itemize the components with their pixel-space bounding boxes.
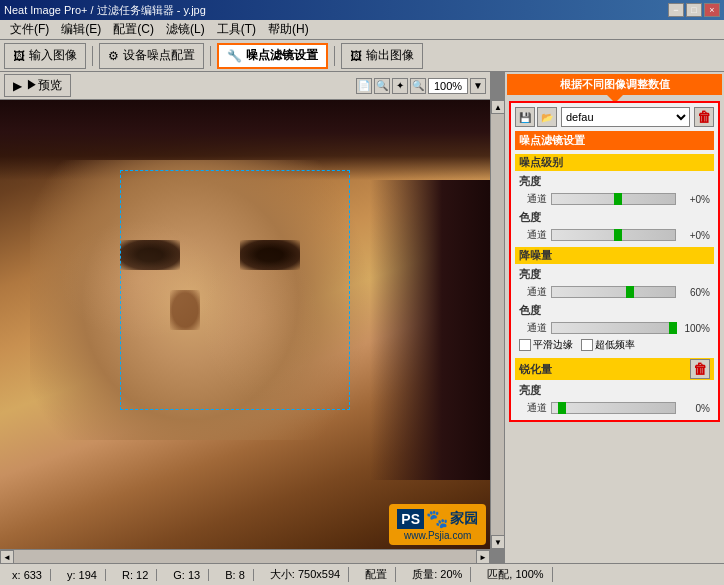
- menu-tools[interactable]: 工具(T): [211, 19, 262, 40]
- home-label: 家园: [450, 510, 478, 528]
- tab-output-image[interactable]: 🖼 输出图像: [341, 43, 423, 69]
- zoom-input[interactable]: [428, 78, 468, 94]
- brightness-reduction-slider[interactable]: [551, 286, 676, 298]
- color-b: B: 8: [217, 569, 254, 581]
- coord-x: x: 633: [4, 569, 51, 581]
- profile-label: 配置: [365, 568, 387, 580]
- scroll-right-button[interactable]: ►: [476, 550, 490, 563]
- color-noise-slider[interactable]: [551, 229, 676, 241]
- scroll-track-horizontal: [14, 550, 476, 563]
- sharpen-brightness-subsection: 亮度: [515, 382, 714, 399]
- channel-label-1: 通道: [519, 192, 547, 206]
- vertical-scrollbar[interactable]: ▲ ▼: [490, 100, 504, 549]
- brightness-noise-slider[interactable]: [551, 193, 676, 205]
- minimize-button[interactable]: −: [668, 3, 684, 17]
- settings-header: 噪点滤镜设置: [515, 131, 714, 150]
- input-image-icon: 🖼: [13, 49, 25, 63]
- menu-config[interactable]: 配置(C): [107, 19, 160, 40]
- sharpening-delete-icon: 🗑: [693, 361, 707, 377]
- close-button[interactable]: ×: [704, 3, 720, 17]
- separator-3: [334, 46, 335, 66]
- color-reduction-thumb: [669, 322, 677, 334]
- zoom-page-icon[interactable]: 📄: [356, 78, 372, 94]
- tab-noise-filter[interactable]: 🔧 噪点滤镜设置: [217, 43, 328, 69]
- size-value: 750x594: [298, 568, 340, 580]
- match-status: 匹配, 100%: [479, 567, 552, 582]
- main-content: ▶ ▶预览 📄 🔍 ✦ 🔍 ▼: [0, 72, 724, 563]
- window-title: Neat Image Pro+ / 过滤任务编辑器 - y.jpg: [4, 3, 206, 18]
- sharpen-brightness-thumb: [558, 402, 566, 414]
- channel-label-4: 通道: [519, 321, 547, 335]
- color-subsection: 色度: [515, 209, 714, 226]
- menu-filter[interactable]: 滤镜(L): [160, 19, 211, 40]
- watermark-url: www.Psjia.com: [404, 530, 471, 541]
- color-reduction-subsection: 色度: [515, 302, 714, 319]
- settings-container: 💾 📂 defau 🗑 噪点滤镜设置 噪点级别: [505, 97, 724, 426]
- noise-filter-icon: 🔧: [227, 49, 242, 63]
- preview-button[interactable]: ▶ ▶预览: [4, 74, 71, 97]
- tab-input-image[interactable]: 🖼 输入图像: [4, 43, 86, 69]
- horizontal-scrollbar[interactable]: ◄ ►: [0, 549, 490, 563]
- zoom-out-button[interactable]: 🔍: [410, 78, 426, 94]
- image-panel: ▶ ▶预览 📄 🔍 ✦ 🔍 ▼: [0, 72, 504, 563]
- profile-load-button[interactable]: 📂: [537, 107, 557, 127]
- zoom-dropdown-button[interactable]: ▼: [470, 78, 486, 94]
- tab-device-config[interactable]: ⚙ 设备噪点配置: [99, 43, 204, 69]
- r-value: 12: [136, 569, 148, 581]
- tab-device-label: 设备噪点配置: [123, 47, 195, 64]
- profile-icons: 💾 📂: [515, 107, 557, 127]
- separator-2: [210, 46, 211, 66]
- smooth-edges-checkbox[interactable]: 平滑边缘: [519, 338, 573, 352]
- sharpening-title: 锐化量: [519, 362, 552, 377]
- color-r: R: 12: [114, 569, 157, 581]
- channel-label-2: 通道: [519, 228, 547, 242]
- brightness-reduction-thumb: [626, 286, 634, 298]
- color-noise-thumb: [614, 229, 622, 241]
- zoom-star-icon[interactable]: ✦: [392, 78, 408, 94]
- color-noise-slider-row: 通道 +0%: [515, 227, 714, 243]
- noise-level-section: 噪点级别: [515, 154, 714, 171]
- menu-edit[interactable]: 编辑(E): [55, 19, 107, 40]
- scroll-down-button[interactable]: ▼: [491, 535, 504, 549]
- settings-title: 噪点滤镜设置: [519, 133, 585, 148]
- profile-dropdown[interactable]: defau: [561, 107, 690, 127]
- separator-1: [92, 46, 93, 66]
- smooth-edges-label: 平滑边缘: [533, 338, 573, 352]
- scroll-left-button[interactable]: ◄: [0, 550, 14, 563]
- sharpen-brightness-slider[interactable]: [551, 402, 676, 414]
- menu-bar: 文件(F) 编辑(E) 配置(C) 滤镜(L) 工具(T) 帮助(H): [0, 20, 724, 40]
- profile-save-button[interactable]: 💾: [515, 107, 535, 127]
- tab-noise-label: 噪点滤镜设置: [246, 47, 318, 64]
- color-g: G: 13: [165, 569, 209, 581]
- brightness-noise-thumb: [614, 193, 622, 205]
- watermark: PS 🐾 家园 www.Psjia.com: [389, 504, 486, 545]
- delete-icon: 🗑: [697, 109, 711, 125]
- zoom-fit-icon[interactable]: 🔍: [374, 78, 390, 94]
- title-buttons: − □ ×: [668, 3, 720, 17]
- low-freq-checkbox[interactable]: 超低频率: [581, 338, 635, 352]
- sharpening-delete-button[interactable]: 🗑: [690, 359, 710, 379]
- menu-file[interactable]: 文件(F): [4, 19, 55, 40]
- title-bar: Neat Image Pro+ / 过滤任务编辑器 - y.jpg − □ ×: [0, 0, 724, 20]
- settings-border-box: 💾 📂 defau 🗑 噪点滤镜设置 噪点级别: [509, 101, 720, 422]
- quality-value: 20%: [440, 568, 462, 580]
- play-icon: ▶: [13, 79, 22, 93]
- image-size: 大小: 750x594: [262, 567, 349, 582]
- y-label: y:: [67, 569, 76, 581]
- channel-label-3: 通道: [519, 285, 547, 299]
- brightness-subsection: 亮度: [515, 173, 714, 190]
- sharpen-brightness-slider-row: 通道 0%: [515, 400, 714, 416]
- quality-status: 质量: 20%: [404, 567, 471, 582]
- output-image-icon: 🖼: [350, 49, 362, 63]
- menu-help[interactable]: 帮助(H): [262, 19, 315, 40]
- quality-label: 质量:: [412, 568, 437, 580]
- scroll-up-button[interactable]: ▲: [491, 100, 504, 114]
- x-label: x:: [12, 569, 21, 581]
- profile-delete-button[interactable]: 🗑: [694, 107, 714, 127]
- checkbox-row: 平滑边缘 超低频率: [515, 336, 714, 354]
- maximize-button[interactable]: □: [686, 3, 702, 17]
- color-reduction-slider[interactable]: [551, 322, 676, 334]
- b-label: B:: [225, 569, 235, 581]
- brightness-reduction-value: 60%: [680, 287, 710, 298]
- scroll-track-vertical: [491, 114, 504, 535]
